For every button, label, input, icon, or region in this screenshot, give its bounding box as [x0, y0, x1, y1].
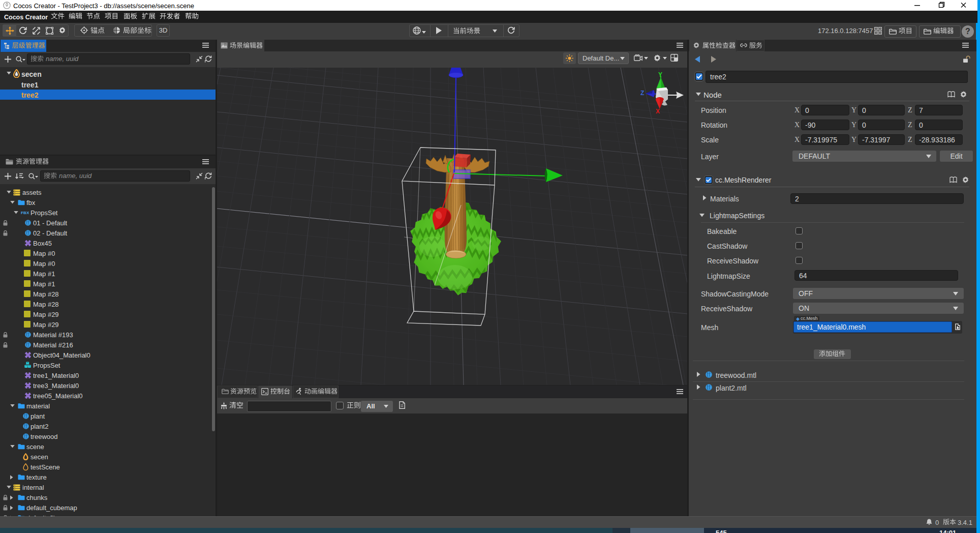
svg-text:X: X: [656, 108, 660, 115]
svg-text:Z: Z: [640, 90, 644, 97]
